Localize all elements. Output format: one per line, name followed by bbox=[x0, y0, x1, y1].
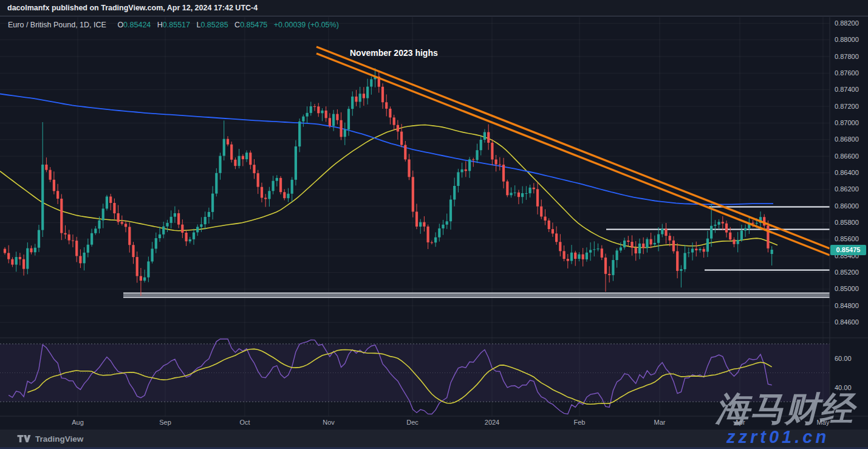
close-value: 0.85475 bbox=[240, 21, 267, 29]
candles-group bbox=[4, 68, 773, 296]
price-tick-label: 0.85800 bbox=[835, 219, 859, 226]
price-tick-label: 0.86800 bbox=[835, 135, 859, 143]
open-value: 0.85424 bbox=[123, 21, 151, 29]
time-tick-label: 2024 bbox=[485, 419, 499, 426]
price-tick-label: 0.85200 bbox=[835, 269, 859, 276]
symbol-legend[interactable]: Euro / British Pound, 1D, ICE O0.85424 H… bbox=[8, 21, 339, 29]
time-tick-label: Sep bbox=[159, 419, 171, 426]
high-value: 0.85517 bbox=[163, 21, 190, 29]
time-tick-label: Oct bbox=[239, 419, 250, 426]
time-tick-label: Dec bbox=[406, 419, 419, 426]
current-price-label: 0.85475 bbox=[830, 245, 866, 255]
watermark-url: zzrt01.cn bbox=[726, 427, 829, 447]
tradingview-chart-page: { "publisher_bar": {"text": "dacolmanfx … bbox=[0, 0, 868, 449]
low-value: 0.85285 bbox=[200, 21, 228, 29]
time-tick-label: Mar bbox=[654, 419, 666, 426]
tradingview-brand-text: TradingView bbox=[35, 434, 83, 444]
trendline-lower[interactable] bbox=[316, 53, 830, 255]
time-tick-label: Aug bbox=[72, 419, 84, 426]
close-label: C bbox=[234, 21, 240, 29]
price-tick-label: 0.88000 bbox=[835, 36, 859, 43]
change-value: +0.00039 (+0.05%) bbox=[274, 21, 339, 29]
price-tick-label: 0.87200 bbox=[835, 103, 859, 110]
chart-canvas[interactable] bbox=[0, 0, 868, 449]
price-tick-label: 0.86000 bbox=[835, 202, 859, 210]
rsi-tick-label: 60.00 bbox=[835, 355, 852, 362]
time-tick-label: Feb bbox=[574, 419, 586, 426]
high-label: H bbox=[157, 21, 163, 29]
price-tick-label: 0.87000 bbox=[835, 119, 859, 126]
symbol-title[interactable]: Euro / British Pound, 1D, ICE bbox=[8, 21, 106, 29]
watermark-cjk: 海马财经 bbox=[716, 386, 854, 433]
price-tick-label: 0.85000 bbox=[835, 285, 859, 292]
price-tick-label: 0.87600 bbox=[835, 69, 859, 77]
support-zone-band bbox=[123, 293, 830, 298]
price-tick-label: 0.88200 bbox=[835, 19, 859, 27]
price-tick-label: 0.86400 bbox=[835, 169, 859, 176]
time-tick-label: Nov bbox=[323, 419, 335, 426]
publisher-text: dacolmanfx published on TradingView.com,… bbox=[7, 4, 258, 12]
publisher-bar: dacolmanfx published on TradingView.com,… bbox=[0, 0, 868, 16]
tradingview-brand[interactable]: TradingView bbox=[17, 434, 83, 444]
price-tick-label: 0.84600 bbox=[835, 318, 859, 326]
price-tick-label: 0.86600 bbox=[835, 153, 859, 160]
price-tick-label: 0.87800 bbox=[835, 53, 859, 60]
price-tick-label: 0.85600 bbox=[835, 235, 859, 242]
trendline-annotation[interactable]: November 2023 highs bbox=[350, 48, 438, 58]
price-tick-label: 0.87400 bbox=[835, 86, 859, 93]
tradingview-logo-icon bbox=[17, 434, 31, 444]
price-tick-label: 0.84800 bbox=[835, 302, 859, 309]
price-tick-label: 0.86200 bbox=[835, 185, 859, 193]
open-label: O bbox=[117, 21, 123, 29]
